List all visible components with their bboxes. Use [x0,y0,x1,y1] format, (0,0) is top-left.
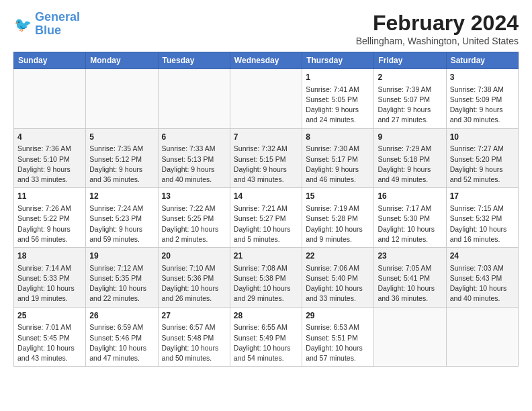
day-number: 2 [378,72,442,83]
calendar-cell [14,69,86,129]
svg-text:🐦: 🐦 [14,16,32,34]
day-number: 26 [89,310,154,322]
day-info: Sunrise: 7:29 AM Sunset: 5:18 PM Dayligh… [378,144,442,185]
day-info: Sunrise: 6:57 AM Sunset: 5:48 PM Dayligh… [162,322,226,363]
day-of-week-header: Monday [86,52,158,69]
calendar-cell [446,307,518,367]
calendar-cell: 17Sunrise: 7:15 AM Sunset: 5:32 PM Dayli… [446,188,518,248]
calendar-cell: 21Sunrise: 7:08 AM Sunset: 5:38 PM Dayli… [230,248,302,308]
day-info: Sunrise: 7:10 AM Sunset: 5:36 PM Dayligh… [162,263,226,304]
day-of-week-header: Sunday [14,52,86,69]
day-info: Sunrise: 6:55 AM Sunset: 5:49 PM Dayligh… [234,322,298,363]
day-of-week-header: Saturday [446,52,518,69]
calendar-cell: 18Sunrise: 7:14 AM Sunset: 5:33 PM Dayli… [14,248,86,308]
location-subtitle: Bellingham, Washington, United States [356,36,519,46]
calendar-cell: 24Sunrise: 7:03 AM Sunset: 5:43 PM Dayli… [446,248,518,308]
day-info: Sunrise: 7:12 AM Sunset: 5:35 PM Dayligh… [89,263,154,304]
day-info: Sunrise: 7:26 AM Sunset: 5:22 PM Dayligh… [17,203,82,244]
calendar-cell: 1Sunrise: 7:41 AM Sunset: 5:05 PM Daylig… [302,69,374,129]
calendar-cell: 15Sunrise: 7:19 AM Sunset: 5:28 PM Dayli… [302,188,374,248]
day-number: 10 [450,132,515,143]
calendar-week-row: 18Sunrise: 7:14 AM Sunset: 5:33 PM Dayli… [14,248,519,308]
calendar-cell: 20Sunrise: 7:10 AM Sunset: 5:36 PM Dayli… [158,248,230,308]
calendar-cell: 27Sunrise: 6:57 AM Sunset: 5:48 PM Dayli… [158,307,230,367]
calendar-cell: 12Sunrise: 7:24 AM Sunset: 5:23 PM Dayli… [86,188,158,248]
day-number: 17 [450,191,515,202]
calendar-cell: 8Sunrise: 7:30 AM Sunset: 5:17 PM Daylig… [302,128,374,188]
day-info: Sunrise: 6:53 AM Sunset: 5:51 PM Dayligh… [306,322,370,363]
calendar-cell: 23Sunrise: 7:05 AM Sunset: 5:41 PM Dayli… [374,248,446,308]
day-info: Sunrise: 7:19 AM Sunset: 5:28 PM Dayligh… [306,203,370,244]
day-number: 1 [306,72,370,83]
day-info: Sunrise: 7:08 AM Sunset: 5:38 PM Dayligh… [234,263,298,304]
calendar-cell: 3Sunrise: 7:38 AM Sunset: 5:09 PM Daylig… [446,69,518,129]
calendar-cell: 7Sunrise: 7:32 AM Sunset: 5:15 PM Daylig… [230,128,302,188]
day-number: 13 [162,191,226,202]
day-of-week-header: Friday [374,52,446,69]
calendar-body: 1Sunrise: 7:41 AM Sunset: 5:05 PM Daylig… [14,69,519,367]
calendar-cell [374,307,446,367]
day-number: 18 [17,250,82,262]
calendar-cell [230,69,302,129]
day-number: 19 [89,250,154,262]
calendar-cell: 10Sunrise: 7:27 AM Sunset: 5:20 PM Dayli… [446,128,518,188]
calendar-week-row: 25Sunrise: 7:01 AM Sunset: 5:45 PM Dayli… [14,307,519,367]
month-year-title: February 2024 [356,11,519,36]
day-number: 28 [234,310,298,322]
day-info: Sunrise: 7:21 AM Sunset: 5:27 PM Dayligh… [234,203,298,244]
day-info: Sunrise: 7:01 AM Sunset: 5:45 PM Dayligh… [17,322,82,363]
calendar-cell: 25Sunrise: 7:01 AM Sunset: 5:45 PM Dayli… [14,307,86,367]
title-block: February 2024 Bellingham, Washington, Un… [356,11,519,46]
day-info: Sunrise: 7:03 AM Sunset: 5:43 PM Dayligh… [450,263,515,304]
day-number: 22 [306,250,370,262]
calendar-cell: 9Sunrise: 7:29 AM Sunset: 5:18 PM Daylig… [374,128,446,188]
calendar-cell: 11Sunrise: 7:26 AM Sunset: 5:22 PM Dayli… [14,188,86,248]
calendar-cell: 22Sunrise: 7:06 AM Sunset: 5:40 PM Dayli… [302,248,374,308]
day-info: Sunrise: 7:22 AM Sunset: 5:25 PM Dayligh… [162,203,226,244]
logo-text: General Blue [35,11,80,38]
calendar-cell: 5Sunrise: 7:35 AM Sunset: 5:12 PM Daylig… [86,128,158,188]
day-info: Sunrise: 7:15 AM Sunset: 5:32 PM Dayligh… [450,203,515,244]
day-number: 7 [234,132,298,143]
calendar-cell: 26Sunrise: 6:59 AM Sunset: 5:46 PM Dayli… [86,307,158,367]
day-number: 6 [162,132,226,143]
day-number: 12 [89,191,154,202]
day-number: 3 [450,72,515,83]
day-number: 8 [306,132,370,143]
days-of-week-row: SundayMondayTuesdayWednesdayThursdayFrid… [14,52,519,69]
calendar-cell: 16Sunrise: 7:17 AM Sunset: 5:30 PM Dayli… [374,188,446,248]
calendar-cell: 2Sunrise: 7:39 AM Sunset: 5:07 PM Daylig… [374,69,446,129]
day-number: 11 [17,191,82,202]
day-info: Sunrise: 7:41 AM Sunset: 5:05 PM Dayligh… [306,85,370,126]
calendar-cell: 4Sunrise: 7:36 AM Sunset: 5:10 PM Daylig… [14,128,86,188]
day-info: Sunrise: 7:30 AM Sunset: 5:17 PM Dayligh… [306,144,370,185]
day-info: Sunrise: 7:38 AM Sunset: 5:09 PM Dayligh… [450,85,515,126]
day-number: 21 [234,250,298,262]
day-info: Sunrise: 7:32 AM Sunset: 5:15 PM Dayligh… [234,144,298,185]
day-info: Sunrise: 7:39 AM Sunset: 5:07 PM Dayligh… [378,85,442,126]
calendar-cell: 28Sunrise: 6:55 AM Sunset: 5:49 PM Dayli… [230,307,302,367]
page-header: 🐦 General Blue February 2024 Bellingham,… [13,11,519,46]
calendar-table: SundayMondayTuesdayWednesdayThursdayFrid… [13,52,519,367]
calendar-cell: 6Sunrise: 7:33 AM Sunset: 5:13 PM Daylig… [158,128,230,188]
day-number: 16 [378,191,442,202]
day-number: 25 [17,310,82,322]
day-number: 4 [17,132,82,143]
day-number: 15 [306,191,370,202]
day-number: 24 [450,250,515,262]
day-info: Sunrise: 7:17 AM Sunset: 5:30 PM Dayligh… [378,203,442,244]
day-info: Sunrise: 7:27 AM Sunset: 5:20 PM Dayligh… [450,144,515,185]
day-number: 5 [89,132,154,143]
day-of-week-header: Thursday [302,52,374,69]
day-number: 29 [306,310,370,322]
calendar-cell: 14Sunrise: 7:21 AM Sunset: 5:27 PM Dayli… [230,188,302,248]
calendar-cell: 19Sunrise: 7:12 AM Sunset: 5:35 PM Dayli… [86,248,158,308]
calendar-week-row: 4Sunrise: 7:36 AM Sunset: 5:10 PM Daylig… [14,128,519,188]
calendar-cell: 29Sunrise: 6:53 AM Sunset: 5:51 PM Dayli… [302,307,374,367]
calendar-cell: 13Sunrise: 7:22 AM Sunset: 5:25 PM Dayli… [158,188,230,248]
day-info: Sunrise: 6:59 AM Sunset: 5:46 PM Dayligh… [89,322,154,363]
day-number: 14 [234,191,298,202]
calendar-cell [158,69,230,129]
calendar-cell [86,69,158,129]
calendar-week-row: 1Sunrise: 7:41 AM Sunset: 5:05 PM Daylig… [14,69,519,129]
